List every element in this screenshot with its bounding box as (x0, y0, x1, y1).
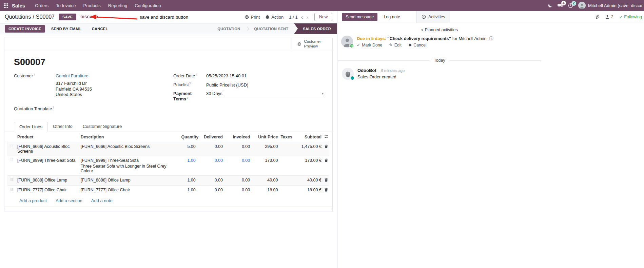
create-invoice-button[interactable]: CREATE INVOICE (5, 25, 45, 33)
user-menu[interactable]: Mitchell Admin (save_discar (578, 2, 643, 9)
delete-line-icon[interactable] (324, 188, 328, 192)
chatter-toolbar: Send message Log note Activities 2 ✓ Fol… (338, 11, 644, 23)
menu-to-invoice[interactable]: To Invoice (52, 0, 80, 11)
save-button[interactable]: SAVE (59, 14, 76, 20)
cancel-activity-button[interactable]: ✖Cancel (408, 43, 427, 47)
cell-unit-price[interactable]: 40.00 (251, 176, 279, 186)
drag-handle-icon[interactable]: ⠿ (7, 156, 16, 176)
tab-customer-signature[interactable]: Customer Signature (78, 122, 127, 132)
add-section-link[interactable]: Add a section (56, 198, 82, 203)
cell-invoiced[interactable]: 0.00 (224, 156, 251, 176)
cell-description[interactable]: [FURN_7777] Office Chair (79, 186, 180, 195)
followers-button[interactable]: 2 (605, 15, 613, 19)
drag-handle-icon[interactable]: ⠿ (7, 186, 16, 195)
add-note-link[interactable]: Add a note (91, 198, 113, 203)
cell-description[interactable]: [FURN_8888] Office Lamp (79, 176, 180, 186)
pager-value[interactable]: 1 / 1 (289, 15, 297, 20)
cell-delivered[interactable]: 0.00 (197, 176, 224, 186)
cell-description[interactable]: [FURN_6666] Acoustic Bloc Screens (79, 142, 180, 156)
status-sales-order[interactable]: SALES ORDER (294, 23, 337, 34)
dropdown-caret-icon[interactable]: ▾ (322, 92, 324, 95)
tab-order-lines[interactable]: Order Lines (14, 122, 48, 132)
table-header-row: Product Description Quantity Delivered I… (7, 132, 329, 142)
status-quotation[interactable]: QUOTATION (212, 23, 245, 34)
messages-icon[interactable]: 4 (558, 3, 563, 8)
order-line-row[interactable]: ⠿ [FURN_8999] Three-Seat Sofa [FURN_8999… (7, 156, 329, 176)
edit-activity-button[interactable]: ✎Edit (389, 43, 402, 47)
drag-handle-icon[interactable]: ⠿ (7, 142, 16, 156)
cell-taxes[interactable] (279, 176, 300, 186)
delete-line-icon[interactable] (324, 158, 328, 162)
app-brand[interactable]: Sales (12, 3, 25, 8)
activities-tab[interactable]: Activities (416, 11, 450, 23)
drag-handle-icon[interactable]: ⠿ (7, 176, 16, 186)
order-line-row[interactable]: ⠿ [FURN_6666] Acoustic Bloc Screens [FUR… (7, 142, 329, 156)
cell-product[interactable]: [FURN_7777] Office Chair (16, 186, 79, 195)
tab-other-info[interactable]: Other Info (48, 122, 78, 132)
menu-reporting[interactable]: Reporting (104, 0, 131, 11)
pager-previous-icon[interactable]: ‹ (301, 14, 303, 20)
cell-delivered[interactable]: 0.00 (197, 142, 224, 156)
cell-delivered[interactable]: 0.00 (197, 186, 224, 195)
cell-invoiced[interactable]: 0.00 (224, 176, 251, 186)
cell-invoiced[interactable]: 0.00 (224, 186, 251, 195)
cell-quantity[interactable]: 1.00 (180, 186, 197, 195)
cell-delivered[interactable]: 0.00 (197, 156, 224, 176)
info-icon[interactable]: ⓘ (489, 36, 493, 41)
cell-taxes[interactable] (279, 156, 300, 176)
cancel-button[interactable]: CANCEL (88, 25, 112, 33)
cell-description[interactable]: [FURN_8999] Three-Seat Sofa Three Seater… (79, 156, 180, 176)
cell-product[interactable]: [FURN_8888] Office Lamp (16, 176, 79, 186)
field-column-right: Order Date? 05/25/2023 15:40:01 Pricelis… (173, 73, 324, 114)
delete-line-icon[interactable] (324, 144, 328, 149)
collapse-caret-icon: ▾ (421, 28, 423, 32)
action-button[interactable]: Action (265, 15, 284, 20)
cell-invoiced[interactable]: 0.00 (224, 142, 251, 156)
optional-columns-icon[interactable] (323, 132, 329, 142)
add-product-link[interactable]: Add a product (19, 198, 47, 203)
text-cursor (223, 91, 223, 96)
pager-next-icon[interactable]: › (306, 14, 308, 20)
planned-activities-header[interactable]: ▾Planned activities (338, 27, 541, 32)
discard-button[interactable]: DISCARD (78, 14, 101, 20)
customer-value-link[interactable]: Gemini Furniture (56, 73, 89, 78)
activity-controls: ✓Mark Done ✎Edit ✖Cancel (357, 43, 493, 47)
dark-mode-moon-icon[interactable] (548, 3, 552, 8)
cell-product[interactable]: [FURN_8999] Three-Seat Sofa (16, 156, 79, 176)
following-label: Following (624, 15, 642, 19)
menu-configuration[interactable]: Configuration (131, 0, 164, 11)
following-button[interactable]: ✓ Following (619, 15, 642, 20)
new-button[interactable]: New (314, 13, 332, 21)
cell-product[interactable]: [FURN_6666] Acoustic Bloc Screens (16, 142, 79, 156)
apps-grid-icon[interactable] (3, 3, 8, 8)
cell-taxes[interactable] (279, 142, 300, 156)
send-by-email-button[interactable]: SEND BY EMAIL (47, 25, 86, 33)
followers-count: 2 (611, 15, 613, 19)
message-author[interactable]: OdooBot (357, 68, 376, 73)
pricelist-value[interactable]: Public Pricelist (USD) (206, 82, 248, 88)
customer-preview-button[interactable]: Customer Preview (292, 38, 332, 50)
cell-quantity[interactable]: 1.00 (180, 176, 197, 186)
print-button[interactable]: Print (245, 15, 260, 20)
delete-line-icon[interactable] (324, 178, 328, 182)
order-line-row[interactable]: ⠿ [FURN_7777] Office Chair [FURN_7777] O… (7, 186, 329, 195)
cell-quantity[interactable]: 1.00 (180, 156, 197, 176)
order-date-value[interactable]: 05/25/2023 15:40:01 (206, 73, 247, 78)
cell-unit-price[interactable]: 18.00 (251, 186, 279, 195)
mark-done-button[interactable]: ✓Mark Done (357, 43, 382, 47)
menu-orders[interactable]: Orders (31, 0, 52, 11)
log-note-button[interactable]: Log note (380, 13, 404, 21)
cell-quantity[interactable]: 5.00 (180, 142, 197, 156)
menu-products[interactable]: Products (79, 0, 104, 11)
activities-clock-icon[interactable]: 2 (568, 3, 573, 8)
cell-unit-price[interactable]: 295.00 (251, 142, 279, 156)
attachment-paperclip-icon[interactable] (594, 15, 599, 19)
order-line-row[interactable]: ⠿ [FURN_8888] Office Lamp [FURN_8888] Of… (7, 176, 329, 186)
breadcrumb-quotations-link[interactable]: Quotations (5, 14, 31, 20)
cell-unit-price[interactable]: 173.00 (251, 156, 279, 176)
send-message-button[interactable]: Send message (342, 13, 377, 21)
status-quotation-sent[interactable]: QUOTATION SENT (249, 23, 293, 34)
cell-taxes[interactable] (279, 186, 300, 195)
payment-terms-input[interactable]: 30 Days ▾ (206, 91, 324, 97)
header-handle (7, 132, 16, 142)
